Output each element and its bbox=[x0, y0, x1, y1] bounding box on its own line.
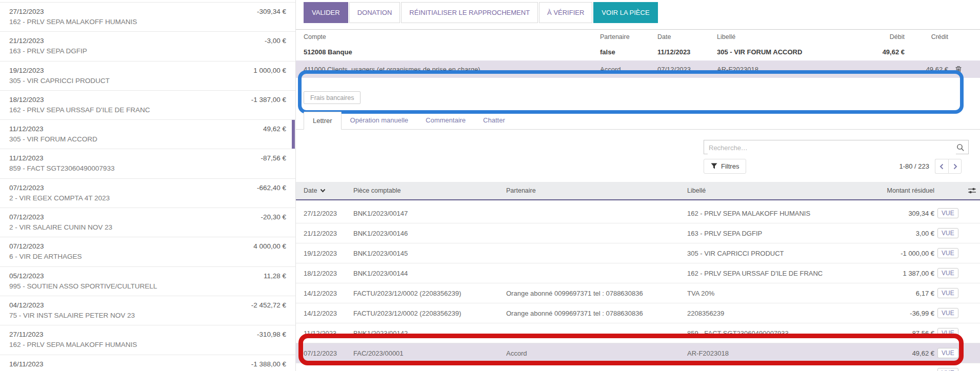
statement-date: 27/11/2023 bbox=[9, 331, 44, 338]
vue-button[interactable]: VUE bbox=[937, 288, 958, 298]
col-date: Date bbox=[657, 33, 717, 40]
pager-next-button[interactable] bbox=[948, 159, 962, 174]
valider-button[interactable]: VALIDER bbox=[304, 2, 348, 23]
filter-icon bbox=[711, 163, 717, 170]
matching-line-row[interactable]: 18/12/2023 BNK1/2023/00144 162 - PRLV SE… bbox=[296, 263, 980, 283]
reconciliation-main: VALIDER DONATION RÉINITIALISER LE RAPPRO… bbox=[296, 0, 980, 371]
matching-lines-list: Date Pièce comptable Partenaire Libellé … bbox=[296, 182, 980, 371]
vue-button[interactable]: VUE bbox=[937, 268, 958, 278]
statement-amount: -87,56 € bbox=[261, 154, 286, 162]
statement-amount: 4 000,00 € bbox=[253, 242, 286, 250]
vue-button[interactable]: VUE bbox=[937, 348, 958, 358]
statement-label: 75 - VIR INST SALAIRE PETER NOV 23 bbox=[9, 312, 286, 319]
statement-date: 21/12/2023 bbox=[9, 37, 44, 45]
row-amount: 309,34 € bbox=[856, 210, 934, 217]
matching-line-row[interactable]: 07/12/2023 FAC/2023/00001 Accord AR-F202… bbox=[296, 343, 980, 363]
account-cell: 512008 Banque bbox=[304, 48, 600, 56]
bank-statement-row[interactable]: 27/12/2023 -309,34 € 162 - PRLV SEPA MAL… bbox=[0, 3, 295, 32]
bank-statement-row[interactable]: 18/12/2023 -1 387,00 € 162 - PRLV SEPA U… bbox=[0, 91, 295, 120]
list-col-amount[interactable]: Montant résiduel bbox=[856, 187, 934, 194]
row-date: 18/12/2023 bbox=[304, 270, 353, 277]
row-date: 21/12/2023 bbox=[304, 230, 353, 237]
pager-range: 1-80 / 223 bbox=[899, 162, 929, 170]
bank-statement-row[interactable]: 21/12/2023 -3,00 € 163 - PRLV SEPA DGFIP bbox=[0, 32, 295, 61]
label-cell: AR-F2023018 bbox=[717, 66, 869, 73]
chevron-left-icon bbox=[938, 163, 946, 170]
matching-line-row[interactable]: 14/12/2023 FACTU/2023/12/0002 (220835623… bbox=[296, 303, 980, 323]
search-input[interactable] bbox=[708, 141, 956, 154]
bank-statement-row[interactable]: 27/11/2023 -310,98 € 162 - PRLV SEPA MAL… bbox=[0, 325, 295, 355]
reinitialiser-button[interactable]: RÉINITIALISER LE RAPPROCHEMENT bbox=[401, 2, 538, 23]
row-piece: FACTU/2023/12/0002 (2208356239) bbox=[353, 290, 506, 297]
matching-line-row[interactable]: 21/12/2023 BNK1/2023/00146 163 - PRLV SE… bbox=[296, 223, 980, 243]
row-label: 162 - PRLV SEPA URSSAF D'ILE DE FRANC bbox=[687, 270, 856, 277]
tab-commentaire[interactable]: Commentaire bbox=[417, 112, 474, 129]
statement-date: 07/12/2023 bbox=[9, 184, 44, 192]
row-date: 27/12/2023 bbox=[304, 210, 353, 217]
statement-label: 162 - PRLV SEPA MALAKOFF HUMANIS bbox=[9, 18, 286, 26]
remove-line-button[interactable] bbox=[948, 66, 969, 73]
voir-la-piece-button[interactable]: VOIR LA PIÈCE bbox=[593, 2, 657, 23]
row-date: 11/12/2023 bbox=[304, 329, 353, 337]
list-col-piece[interactable]: Pièce comptable bbox=[353, 187, 506, 194]
row-label: 163 - PRLV SEPA DGFIP bbox=[687, 230, 856, 237]
statement-amount: -310,98 € bbox=[257, 331, 286, 338]
bank-statement-row[interactable]: 07/12/2023 -662,40 € 2 - VIR EGEX COMPTA… bbox=[0, 179, 295, 208]
donation-button[interactable]: DONATION bbox=[349, 2, 401, 23]
tab-bar: Lettrer Opération manuelle Commentaire C… bbox=[296, 112, 980, 130]
statement-amount: -662,40 € bbox=[257, 184, 286, 192]
filters-button[interactable]: Filtres bbox=[704, 159, 746, 174]
search-icon[interactable] bbox=[956, 143, 965, 153]
vue-button[interactable]: VUE bbox=[937, 308, 958, 318]
list-col-partner[interactable]: Partenaire bbox=[506, 187, 687, 194]
pager-previous-button[interactable] bbox=[935, 159, 948, 174]
date-cell: 07/12/2023 bbox=[657, 66, 717, 73]
frais-bancaires-button[interactable]: Frais bancaires bbox=[304, 91, 361, 104]
matching-line-row[interactable]: 19/12/2023 BNK1/2023/00145 305 - VIR CAP… bbox=[296, 243, 980, 263]
bank-statement-row[interactable]: 11/12/2023 -87,56 € 859 - FACT SGT230604… bbox=[0, 149, 295, 178]
reconciliation-header: Compte Partenaire Date Libellé Débit Cré… bbox=[296, 29, 980, 44]
matching-line-row[interactable]: 07/12/2023 BNK1/2023/00138 2 - VIR EGEX … bbox=[296, 363, 980, 371]
col-credit: Crédit bbox=[905, 33, 948, 40]
row-amount: 6,17 € bbox=[856, 290, 934, 297]
credit-cell: 49,62 € bbox=[905, 66, 948, 73]
trash-icon bbox=[955, 66, 962, 73]
bank-statement-row[interactable]: 05/12/2023 11,28 € 995 - SOUTIEN ASSO SP… bbox=[0, 267, 295, 296]
tab-chatter[interactable]: Chatter bbox=[474, 112, 514, 129]
statement-label: 6 - VIR DE ARTHAGES bbox=[9, 253, 286, 260]
statement-date: 11/12/2023 bbox=[9, 125, 44, 133]
partner-cell: Accord bbox=[600, 66, 657, 73]
tab-operation-manuelle[interactable]: Opération manuelle bbox=[342, 112, 417, 129]
list-col-label[interactable]: Libellé bbox=[687, 187, 856, 194]
reconciliation-row-counterpart[interactable]: 411000 Clients, usagers (et organismes d… bbox=[296, 60, 980, 78]
tab-lettrer[interactable]: Lettrer bbox=[304, 112, 342, 130]
row-label: 2 - VIR EGEX COMPTA 4T 2023 bbox=[687, 369, 856, 371]
matching-line-row[interactable]: 14/12/2023 FACTU/2023/12/0002 (220835623… bbox=[296, 283, 980, 303]
optional-columns-button[interactable] bbox=[964, 187, 980, 194]
bank-statement-row[interactable]: 11/12/2023 49,62 € 305 - VIR FORUM ACCOR… bbox=[0, 120, 295, 149]
vue-button[interactable]: VUE bbox=[937, 248, 958, 258]
reconciliation-row-bank[interactable]: 512008 Banque false 11/12/2023 305 - VIR… bbox=[296, 44, 980, 60]
bank-statement-panel: 27/12/2023 -309,34 € 162 - PRLV SEPA MAL… bbox=[0, 0, 296, 371]
vue-button[interactable]: VUE bbox=[937, 208, 958, 218]
row-partner: Orange abonné 0099697371 tel : 078863083… bbox=[506, 290, 687, 297]
statement-label: 162 - PRLV SEPA MALAKOFF HUMANIS bbox=[9, 341, 286, 348]
row-label: 2208356239 bbox=[687, 310, 856, 317]
row-date: 19/12/2023 bbox=[304, 250, 353, 257]
matching-line-row[interactable]: 11/12/2023 BNK1/2023/00142 859 - FACT SG… bbox=[296, 323, 980, 343]
col-compte: Compte bbox=[304, 33, 600, 40]
vue-button[interactable]: VUE bbox=[937, 228, 958, 238]
vue-button[interactable]: VUE bbox=[937, 328, 958, 338]
vue-button[interactable]: VUE bbox=[937, 368, 958, 371]
toolbar: VALIDER DONATION RÉINITIALISER LE RAPPRO… bbox=[304, 2, 658, 23]
bank-statement-row[interactable]: 19/12/2023 1 000,00 € 305 - VIR CAPRICCI… bbox=[0, 61, 295, 91]
bank-statement-row[interactable]: 07/12/2023 -20,30 € 2 - VIR SALAIRE CUNI… bbox=[0, 208, 295, 237]
statement-date: 11/12/2023 bbox=[9, 154, 44, 162]
matching-line-row[interactable]: 27/12/2023 BNK1/2023/00147 162 - PRLV SE… bbox=[296, 203, 980, 223]
list-col-date[interactable]: Date bbox=[304, 187, 353, 194]
bank-statement-row[interactable]: 07/12/2023 4 000,00 € 6 - VIR DE ARTHAGE… bbox=[0, 237, 295, 266]
bank-statement-row[interactable]: 16/11/2023 -1 388,00 € 162 - PRLV SEPA U… bbox=[0, 355, 295, 371]
statement-amount: -2 452,72 € bbox=[251, 301, 286, 309]
bank-statement-row[interactable]: 04/12/2023 -2 452,72 € 75 - VIR INST SAL… bbox=[0, 296, 295, 325]
a-verifier-button[interactable]: À VÉRIFIER bbox=[539, 2, 592, 23]
